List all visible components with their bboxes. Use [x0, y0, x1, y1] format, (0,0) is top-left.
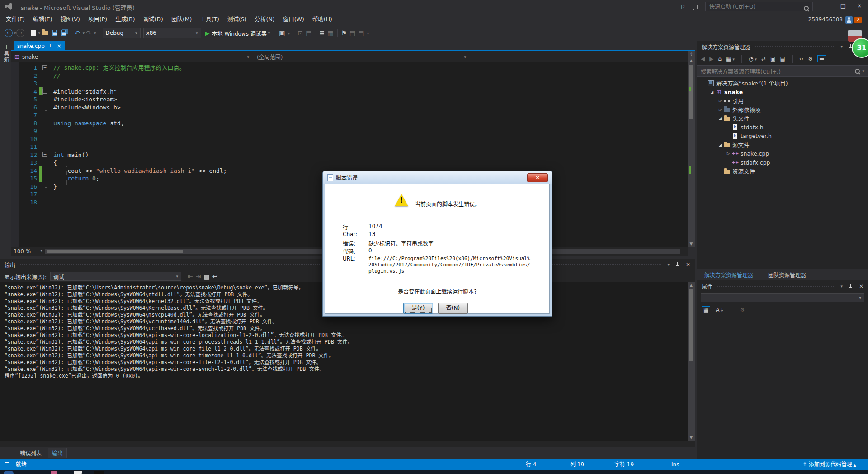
line-number[interactable]: 12	[11, 151, 37, 159]
save-all-icon[interactable]	[61, 30, 66, 36]
line-number[interactable]: 11	[11, 143, 37, 151]
dialog-close-button[interactable]: ×	[527, 173, 548, 182]
splitter-handle-icon[interactable]: ⇕	[688, 52, 695, 57]
close-tab-icon[interactable]: ×	[57, 43, 61, 49]
tree-item[interactable]: ▷引用	[697, 96, 868, 105]
pending-changes-filter-icon[interactable]: ◔▾	[749, 56, 757, 62]
line-indent-icon[interactable]: ≣	[320, 29, 325, 37]
menu-item[interactable]: 视图(V)	[57, 14, 84, 25]
undo-dropdown-icon[interactable]: ▾	[83, 31, 85, 35]
line-number[interactable]: 2	[11, 72, 37, 80]
maximize-button[interactable]: □	[835, 0, 851, 12]
editor-vertical-scrollbar[interactable]: ⇕ ▲ ▼	[688, 51, 695, 247]
show-all-files-icon[interactable]: ‹›	[799, 56, 804, 62]
word-wrap-icon[interactable]: ↩	[212, 273, 218, 280]
menu-item[interactable]: 项目(P)	[84, 14, 111, 25]
close-button[interactable]: ×	[852, 0, 867, 12]
avatar[interactable]	[845, 16, 853, 24]
nav-project-combo[interactable]: ⊞snake ▾	[11, 51, 253, 62]
zoom-level-combo[interactable]: 100 %▾	[11, 248, 45, 255]
properties-window-icon[interactable]: ▤	[780, 56, 785, 62]
clear-all-icon[interactable]: ▤	[204, 273, 210, 280]
bookmark-icon[interactable]: ⚑	[341, 29, 347, 37]
tab-snake-cpp[interactable]: snake.cpp ×	[14, 41, 65, 51]
minimize-button[interactable]: –	[819, 0, 835, 12]
expander-icon[interactable]: ◢	[709, 90, 715, 94]
tree-item[interactable]: ▷++snake.cpp	[697, 149, 868, 158]
line-number[interactable]: 5	[11, 95, 37, 104]
breakpoints-window-icon[interactable]: ▤	[306, 29, 311, 37]
solution-configurations-combo[interactable]: Debug▾	[103, 28, 141, 38]
tools-icon[interactable]: ⚙	[808, 56, 813, 62]
menu-item[interactable]: 窗口(W)	[279, 14, 308, 25]
line-number[interactable]: 16	[11, 183, 37, 191]
tab-team-explorer[interactable]: 团队资源管理器	[764, 270, 810, 280]
nav-scope-combo[interactable]: (全局范围) ▾	[253, 51, 470, 62]
line-number[interactable]: 10	[11, 135, 37, 143]
line-number[interactable]: 13	[11, 159, 37, 167]
output-vertical-scrollbar[interactable]: ▲ ▼	[688, 282, 695, 441]
line-number[interactable]: 7	[11, 111, 37, 119]
close-panel-icon[interactable]: ×	[859, 283, 863, 289]
menu-item[interactable]: 团队(M)	[167, 14, 196, 25]
recorder-count-badge[interactable]: 31	[852, 38, 868, 58]
expander-icon[interactable]: ▷	[717, 99, 723, 103]
tree-item[interactable]: 资源文件	[697, 167, 868, 176]
menu-item[interactable]: 分析(N)	[251, 14, 279, 25]
pin-panel-icon[interactable]	[676, 262, 679, 267]
menu-item[interactable]: 调试(D)	[139, 14, 167, 25]
new-file-icon[interactable]	[31, 30, 36, 36]
menu-item[interactable]: 生成(B)	[111, 14, 139, 25]
start-debugging-button[interactable]: ▶ 本地 Windows 调试器 ▾	[205, 29, 270, 37]
line-number[interactable]: 6	[11, 104, 37, 112]
expander-icon[interactable]: ◢	[717, 116, 723, 120]
tree-item[interactable]: htargetver.h	[697, 132, 868, 141]
sync-with-active-document-icon[interactable]: ⇄	[761, 56, 766, 62]
window-position-dropdown-icon[interactable]: ▾	[840, 44, 843, 49]
menu-item[interactable]: 工具(T)	[196, 14, 223, 25]
tree-item[interactable]: ▷外部依赖项	[697, 105, 868, 114]
expander-icon[interactable]: ▷	[725, 152, 731, 156]
navigate-back-dropdown-icon[interactable]: ▾	[14, 31, 16, 35]
pin-panel-icon[interactable]	[849, 284, 853, 289]
navigate-backward-icon[interactable]: ←	[5, 29, 13, 37]
tree-item[interactable]: ◢头文件	[697, 114, 868, 123]
line-number[interactable]: 17	[11, 190, 37, 199]
home-icon[interactable]: ⌂	[718, 56, 722, 62]
tree-item[interactable]: hstdafx.h	[697, 123, 868, 132]
open-file-icon[interactable]	[42, 31, 48, 35]
line-number[interactable]: 15	[11, 175, 37, 183]
properties-header[interactable]: 属性 ▾ ×	[697, 280, 868, 292]
debug-target-dropdown-icon[interactable]: ▾	[268, 31, 270, 35]
line-number[interactable]: 18	[11, 199, 37, 207]
scroll-up-icon[interactable]: ▲	[688, 283, 695, 288]
pin-tab-icon[interactable]	[48, 44, 52, 48]
menu-item[interactable]: 文件(F)	[2, 14, 29, 25]
categorized-icon[interactable]: ▦	[702, 306, 710, 313]
tab-solution-explorer[interactable]: 解决方案资源管理器	[701, 270, 757, 280]
fold-marker-line1[interactable]: −	[42, 65, 47, 70]
next-message-icon[interactable]: ⇥	[196, 273, 201, 280]
collapse-all-icon[interactable]: ▣	[770, 56, 775, 62]
switch-views-icon[interactable]: ▦▾	[726, 56, 735, 62]
yes-button[interactable]: 是(Y)	[403, 303, 433, 314]
feedback-flag-icon[interactable]: ⚐	[680, 4, 685, 10]
close-panel-icon[interactable]: ×	[686, 261, 690, 268]
tree-item[interactable]: ◢⊞snake	[697, 88, 868, 97]
tab-error-list[interactable]: 错误列表	[16, 448, 45, 458]
solution-explorer-search[interactable]: 搜索解决方案资源管理器(Ctrl+;) ▾	[697, 65, 868, 77]
tab-output[interactable]: 输出	[48, 448, 67, 458]
toolbox-vertical-tab[interactable]: 工具箱	[0, 41, 11, 259]
forward-icon[interactable]: ▶	[709, 56, 713, 62]
scroll-down-icon[interactable]: ▼	[688, 242, 695, 246]
comment-icon[interactable]: ▦	[327, 29, 333, 37]
preview-selected-items-icon[interactable]: ▬	[817, 55, 826, 62]
menu-item[interactable]: 测试(S)	[223, 14, 251, 25]
expander-icon[interactable]: ▷	[717, 108, 723, 112]
line-number[interactable]: 1	[11, 64, 37, 72]
toolbar-extra-dropdown-icon[interactable]: ▾	[288, 31, 290, 36]
scroll-up-icon[interactable]: ▲	[688, 58, 695, 63]
notification-badge[interactable]: 2	[854, 17, 862, 23]
prev-message-icon[interactable]: ⇤	[188, 273, 193, 280]
output-source-combo[interactable]: 调试▾	[50, 272, 181, 281]
